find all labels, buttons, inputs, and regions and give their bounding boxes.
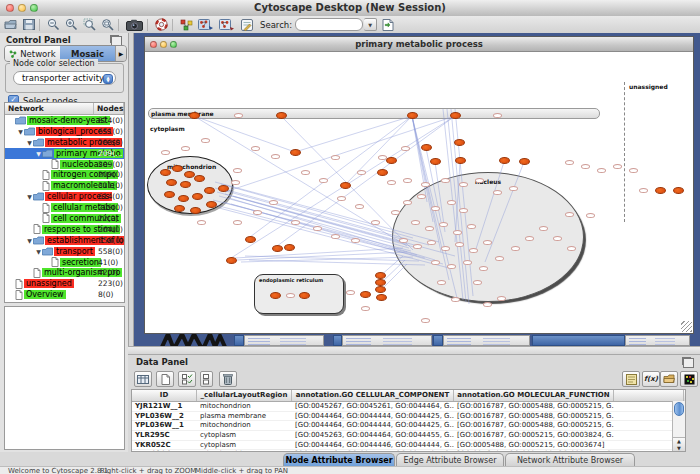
network-node[interactable] — [417, 194, 426, 199]
network-node[interactable] — [399, 238, 408, 243]
network-node-selected[interactable] — [178, 195, 189, 202]
column-header[interactable] — [614, 390, 684, 401]
background-window-edge[interactable] — [433, 335, 443, 346]
network-node-selected[interactable] — [519, 158, 530, 165]
network-node[interactable] — [331, 155, 340, 160]
network-node[interactable] — [553, 236, 562, 241]
tree-row[interactable]: nitrogen compo209(0) — [5, 169, 124, 180]
network-node[interactable] — [319, 178, 328, 183]
tree-row[interactable]: ▼transport558(0) — [5, 246, 124, 257]
network-node-selected[interactable] — [407, 112, 418, 119]
network-node[interactable] — [181, 146, 190, 151]
network-node-selected[interactable] — [184, 171, 195, 178]
background-window-fragment[interactable] — [625, 335, 690, 346]
network-node[interactable] — [455, 242, 464, 247]
network-node[interactable] — [346, 290, 355, 295]
network-node[interactable] — [469, 248, 478, 253]
column-header[interactable]: annotation.GO CELLULAR_COMPONENT — [292, 390, 454, 401]
network-node[interactable] — [301, 170, 310, 175]
duplicate-network-icon[interactable] — [218, 18, 236, 32]
network-node[interactable] — [565, 160, 574, 165]
network-node-selected[interactable] — [189, 112, 200, 119]
vizmapper-icon[interactable] — [179, 18, 194, 32]
network-node-selected[interactable] — [377, 169, 388, 176]
table-row[interactable]: YPL036W__1mitochondrion[GO:0044464, GO:0… — [132, 421, 685, 431]
heatmap-icon[interactable] — [680, 371, 698, 387]
window-resize-grip[interactable] — [681, 321, 692, 332]
network-node[interactable] — [473, 280, 482, 285]
network-node[interactable] — [371, 220, 380, 225]
network-node[interactable] — [427, 240, 436, 245]
zoom-in-icon[interactable] — [64, 18, 79, 32]
network-node[interactable] — [475, 178, 484, 183]
network-node[interactable] — [421, 318, 430, 323]
network-node[interactable] — [447, 200, 456, 205]
network-node-selected[interactable] — [673, 187, 684, 194]
network-node[interactable] — [251, 146, 260, 151]
network-node-selected[interactable] — [276, 112, 287, 119]
tab-overflow-arrow-icon[interactable]: ▶ — [115, 46, 126, 61]
tree-row[interactable]: cellular metabo209(0) — [5, 202, 124, 213]
network-node[interactable] — [331, 234, 340, 239]
zoom-out-icon[interactable] — [46, 18, 61, 32]
delete-attribute-icon[interactable] — [219, 371, 237, 387]
network-node[interactable] — [391, 210, 400, 215]
network-node[interactable] — [493, 113, 502, 118]
network-node[interactable] — [613, 164, 622, 169]
network-node[interactable] — [483, 240, 492, 245]
tree-row[interactable]: response to stimul264(0) — [5, 224, 124, 235]
network-node-selected[interactable] — [655, 187, 666, 194]
expand-arrow-icon[interactable]: ▼ — [26, 139, 33, 146]
attribute-editor-icon[interactable] — [622, 371, 640, 387]
network-node[interactable] — [291, 220, 300, 225]
network-node[interactable] — [493, 190, 502, 195]
background-window-fragment[interactable] — [342, 335, 432, 346]
tree-row[interactable]: ▼establishment of lo558(0) — [5, 235, 124, 246]
expand-arrow-icon[interactable]: ▼ — [26, 193, 33, 200]
network-node-selected[interactable] — [245, 236, 256, 243]
network-node-selected[interactable] — [421, 144, 432, 151]
network-node[interactable] — [401, 146, 410, 151]
network-node[interactable] — [411, 220, 420, 225]
tree-row[interactable]: cell communicat22(0) — [5, 213, 124, 224]
table-scrollbar[interactable]: ▲▼ — [672, 401, 685, 452]
tree-row[interactable]: secretion41(0) — [5, 257, 124, 268]
network-node-selected[interactable] — [166, 179, 177, 186]
network-node[interactable] — [337, 196, 346, 201]
network-node[interactable] — [403, 200, 412, 205]
background-window-titlebar[interactable] — [532, 335, 625, 346]
network-node[interactable] — [567, 246, 576, 251]
network-node[interactable] — [425, 226, 434, 231]
network-node-selected[interactable] — [455, 157, 466, 164]
table-row[interactable]: YLR295Ccytoplasm[GO:0045263, GO:0044464,… — [132, 431, 685, 441]
network-node[interactable] — [413, 244, 422, 249]
network-node[interactable] — [313, 226, 322, 231]
network-node[interactable] — [459, 182, 468, 187]
network-node-selected[interactable] — [375, 279, 386, 286]
network-node-selected[interactable] — [194, 175, 205, 182]
network-node-selected[interactable] — [180, 181, 191, 188]
network-node-selected[interactable] — [299, 292, 310, 299]
zoom-fit-icon[interactable] — [100, 18, 115, 32]
network-node[interactable] — [539, 226, 548, 231]
network-node[interactable] — [231, 180, 240, 185]
network-node[interactable] — [639, 188, 648, 193]
tree-row[interactable]: nucleobase-209(0) — [5, 159, 124, 170]
network-node-selected[interactable] — [290, 149, 301, 156]
network-node[interactable] — [509, 186, 518, 191]
network-node[interactable] — [437, 280, 446, 285]
background-window-fragment[interactable] — [244, 335, 324, 346]
network-node-selected[interactable] — [192, 193, 203, 200]
tree-row[interactable]: ▼primary metabo209(... — [5, 148, 124, 159]
network-node[interactable] — [351, 238, 360, 243]
network-node[interactable] — [421, 182, 430, 187]
network-node[interactable] — [459, 208, 468, 213]
snapshot-camera-icon[interactable] — [125, 18, 144, 32]
scrollbar-thumb[interactable] — [674, 402, 684, 416]
network-node[interactable] — [453, 230, 462, 235]
node-color-combobox[interactable]: transporter activity ▲▼ — [13, 71, 116, 85]
network-node-selected[interactable] — [206, 201, 217, 208]
network-node[interactable] — [586, 213, 595, 218]
network-node[interactable] — [269, 200, 278, 205]
app-title-bar[interactable]: Cytoscape Desktop (New Session) — [0, 0, 700, 17]
